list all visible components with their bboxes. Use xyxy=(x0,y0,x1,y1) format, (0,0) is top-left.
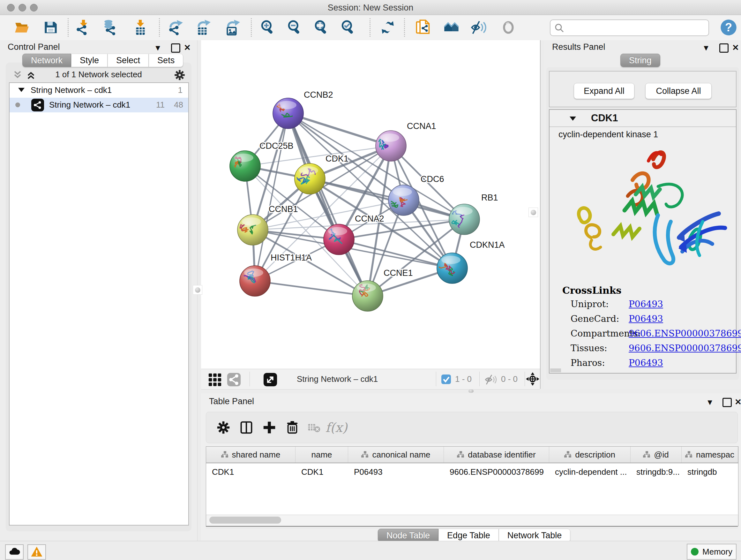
node-CCNE1[interactable]: CCNE1 xyxy=(352,268,413,311)
save-session-icon[interactable] xyxy=(42,19,59,36)
gene-section-header[interactable]: CDK1 xyxy=(549,110,736,127)
zoom-fit-icon[interactable] xyxy=(313,19,330,36)
collapse-arrow-icon[interactable] xyxy=(17,85,25,94)
network-graph[interactable]: CCNB2CCNA1CDC25BCDK1CDC6RB1CCNB1CCNA2CDK… xyxy=(201,40,540,369)
close-panel-icon[interactable]: ✕ xyxy=(184,43,191,53)
zoom-out-icon[interactable] xyxy=(286,19,303,36)
float-panel-icon[interactable]: ▾ xyxy=(708,397,712,407)
tab-select[interactable]: Select xyxy=(108,54,149,67)
table-cell[interactable]: 9606.ENSP00000378699 xyxy=(444,467,549,477)
scrollbar-thumb[interactable] xyxy=(209,516,281,523)
delete-table-icon[interactable] xyxy=(306,419,322,436)
column-header-id[interactable]: @id xyxy=(630,447,682,462)
expand-all-button[interactable]: Expand All xyxy=(574,83,634,99)
crosslink-link[interactable]: P06493 xyxy=(629,299,663,309)
memory-button[interactable]: Memory xyxy=(687,544,737,560)
crosslink-link[interactable]: P06493 xyxy=(629,358,663,368)
edge-CCNB2-CCNE1[interactable] xyxy=(288,113,367,296)
delete-column-icon[interactable] xyxy=(284,419,300,436)
toolbar-separator xyxy=(436,372,436,386)
tab-string[interactable]: String xyxy=(620,54,660,67)
import-table-icon[interactable] xyxy=(131,19,149,36)
network-row-selected[interactable]: String Network – cdk1 11 48 xyxy=(10,98,188,112)
search-input[interactable] xyxy=(567,21,705,34)
column-header-database-identifier[interactable]: database identifier xyxy=(444,447,549,462)
undock-panel-icon[interactable] xyxy=(171,44,180,53)
tab-network-table[interactable]: Network Table xyxy=(499,529,570,542)
network-badge-icon[interactable] xyxy=(225,371,243,388)
left-splitter-grip[interactable] xyxy=(193,285,202,295)
column-label: namespac xyxy=(696,450,734,460)
horizontal-splitter[interactable] xyxy=(201,389,741,393)
table-cell[interactable]: P06493 xyxy=(348,467,444,477)
export-image-icon[interactable] xyxy=(224,19,241,36)
tab-network[interactable]: Network xyxy=(22,54,71,67)
table-cell[interactable]: CDK1 xyxy=(295,467,348,477)
import-network-icon[interactable] xyxy=(75,19,92,36)
results-scrollbar-stub[interactable] xyxy=(550,368,561,372)
export-table-icon[interactable] xyxy=(195,19,212,36)
table-cell[interactable]: CDK1 xyxy=(206,467,295,477)
import-network-from-database-icon[interactable] xyxy=(102,19,119,36)
refresh-icon[interactable] xyxy=(379,19,396,36)
collapse-section-arrow-icon[interactable] xyxy=(569,114,577,123)
open-session-icon[interactable] xyxy=(13,19,30,36)
pan-crosshair-icon[interactable] xyxy=(525,372,540,386)
float-panel-icon[interactable]: ▾ xyxy=(156,43,160,53)
warning-button[interactable] xyxy=(27,544,46,560)
node-CDC25B[interactable]: CDC25B xyxy=(230,141,293,181)
column-header-namespac[interactable]: namespac xyxy=(682,447,738,462)
add-column-icon[interactable] xyxy=(261,419,278,436)
export-network-icon[interactable] xyxy=(167,19,185,36)
node-HIST1H1A[interactable]: HIST1H1A xyxy=(240,253,312,296)
edge-CDK1-RB1[interactable] xyxy=(310,179,464,219)
network-options-gear-icon[interactable] xyxy=(174,69,186,81)
table-options-gear-icon[interactable] xyxy=(215,419,232,436)
column-header-canonical-name[interactable]: canonical name xyxy=(348,447,444,462)
table-cell[interactable]: cyclin-dependent ... xyxy=(549,467,630,477)
show-columns-icon[interactable] xyxy=(238,419,255,436)
node-CCNA1[interactable]: CCNA1 xyxy=(376,121,436,161)
undock-panel-icon[interactable] xyxy=(723,398,732,407)
copy-network-icon[interactable] xyxy=(415,19,432,36)
cloud-button[interactable] xyxy=(5,544,23,560)
show-graphics-icon[interactable] xyxy=(500,19,517,36)
tab-sets[interactable]: Sets xyxy=(149,54,183,67)
grid-view-icon[interactable] xyxy=(206,371,223,388)
tab-edge-table[interactable]: Edge Table xyxy=(439,529,499,542)
table-horizontal-scrollbar[interactable] xyxy=(206,515,738,526)
column-header-description[interactable]: description xyxy=(549,447,630,462)
crosslink-link[interactable]: 9606.ENSP00000378699 xyxy=(629,328,741,339)
undock-panel-icon[interactable] xyxy=(719,44,729,53)
crosslink-link[interactable]: 9606.ENSP00000378699 xyxy=(629,343,741,354)
table-cell[interactable]: stringdb xyxy=(682,467,738,477)
node-RB1[interactable]: RB1 xyxy=(449,193,498,235)
hidden-eye-slash-icon[interactable] xyxy=(484,373,498,386)
close-panel-icon[interactable]: ✕ xyxy=(735,397,741,407)
selected-checkbox-icon[interactable] xyxy=(441,374,451,384)
column-header-name[interactable]: name xyxy=(295,447,348,462)
collapse-all-button[interactable]: Collapse All xyxy=(645,83,712,99)
open-in-window-icon[interactable] xyxy=(262,371,279,388)
function-builder-icon[interactable]: f(x) xyxy=(328,419,345,436)
hide-unhide-icon[interactable] xyxy=(470,19,488,36)
home-networks-icon[interactable] xyxy=(443,19,460,36)
table-row[interactable]: CDK1CDK1P064939606.ENSP00000378699cyclin… xyxy=(206,463,738,481)
zoom-selected-icon[interactable] xyxy=(340,19,357,36)
edge-CCNB2-CCNA1[interactable] xyxy=(288,113,391,146)
zoom-in-icon[interactable] xyxy=(259,19,276,36)
close-panel-icon[interactable]: ✕ xyxy=(732,43,739,53)
float-panel-icon[interactable]: ▾ xyxy=(704,43,708,53)
horizontal-splitter-grip[interactable] xyxy=(468,389,474,393)
crosslink-link[interactable]: P06493 xyxy=(629,314,663,324)
network-collection-row[interactable]: String Network – cdk1 1 xyxy=(10,83,188,98)
column-header-shared-name[interactable]: shared name xyxy=(206,447,295,462)
table-cell[interactable]: stringdb:9... xyxy=(630,467,682,477)
right-splitter-grip[interactable] xyxy=(529,207,538,217)
node-CDKN1A[interactable]: CDKN1A xyxy=(435,240,505,284)
help-icon[interactable]: ? xyxy=(720,19,737,36)
tab-node-table[interactable]: Node Table xyxy=(378,529,439,542)
edge-HIST1H1A-CCNE1[interactable] xyxy=(255,281,367,296)
network-view[interactable]: CCNB2CCNA1CDC25BCDK1CDC6RB1CCNB1CCNA2CDK… xyxy=(201,40,540,369)
tab-style[interactable]: Style xyxy=(71,54,108,67)
